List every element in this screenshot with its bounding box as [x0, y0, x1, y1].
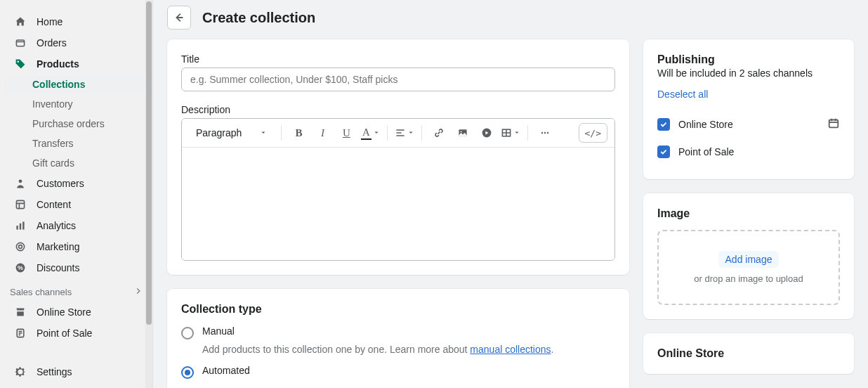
svg-point-16	[541, 132, 543, 134]
italic-button[interactable]: I	[313, 123, 332, 143]
editor-toolbar: Paragraph B I U A	[182, 119, 614, 148]
customer-icon	[14, 177, 27, 190]
underline-button[interactable]: U	[336, 123, 356, 143]
nav-purchase-orders[interactable]: Purchase orders	[4, 114, 148, 134]
video-icon	[481, 127, 492, 138]
nav-analytics[interactable]: Analytics	[4, 215, 148, 236]
svg-point-17	[544, 132, 546, 134]
nav-transfers[interactable]: Transfers	[4, 134, 148, 153]
image-dropzone[interactable]: Add image or drop an image to upload	[657, 230, 840, 305]
svg-rect-19	[829, 120, 839, 128]
scrollbar-track[interactable]	[145, 0, 152, 388]
nav-marketing[interactable]: Marketing	[4, 236, 148, 257]
marketing-icon	[14, 240, 27, 253]
collection-type-card: Collection type Manual Add products to t…	[167, 289, 629, 388]
svg-point-8	[19, 245, 22, 249]
title-description-card: Title Description Paragraph B I	[167, 39, 629, 275]
checkbox-pos[interactable]	[657, 146, 670, 158]
nav-label: Settings	[37, 366, 72, 377]
svg-rect-5	[20, 224, 21, 230]
image-heading: Image	[657, 207, 840, 220]
nav-label: Analytics	[37, 220, 76, 231]
nav-gift-cards[interactable]: Gift cards	[4, 153, 148, 173]
paragraph-style-select[interactable]: Paragraph	[189, 124, 274, 141]
nav-orders[interactable]: Orders	[4, 32, 148, 53]
align-button[interactable]	[395, 123, 414, 143]
deselect-all-link[interactable]: Deselect all	[657, 89, 708, 100]
bold-button[interactable]: B	[289, 123, 308, 143]
nav-label: Customers	[37, 178, 84, 189]
drop-hint: or drop an image to upload	[666, 273, 831, 284]
align-icon	[395, 127, 406, 138]
description-label: Description	[181, 104, 615, 115]
online-store-card: Online Store	[643, 333, 854, 374]
nav-label: Products	[37, 58, 79, 70]
publishing-card: Publishing Will be included in 2 sales c…	[643, 39, 854, 179]
publishing-subtext: Will be included in 2 sales channels	[657, 67, 840, 79]
link-button[interactable]	[429, 123, 449, 143]
collection-type-manual[interactable]: Manual	[181, 325, 615, 340]
back-button[interactable]	[167, 6, 191, 30]
discount-icon: %	[14, 261, 27, 274]
collection-type-automated[interactable]: Automated	[181, 365, 615, 379]
online-store-heading: Online Store	[657, 347, 840, 360]
svg-point-13	[461, 131, 462, 132]
publishing-heading: Publishing	[657, 53, 840, 66]
manual-description: Add products to this collection one by o…	[202, 344, 615, 355]
svg-rect-0	[16, 40, 24, 46]
nav-discounts[interactable]: % Discounts	[4, 257, 148, 278]
radio-automated[interactable]	[181, 366, 194, 379]
nav-content[interactable]: Content	[4, 194, 148, 215]
image-card: Image Add image or drop an image to uplo…	[643, 193, 854, 319]
nav-home[interactable]: Home	[4, 11, 148, 32]
nav-label: Orders	[37, 37, 67, 48]
more-button[interactable]	[535, 123, 555, 143]
channel-point-of-sale: Point of Sale	[657, 138, 840, 165]
table-icon	[501, 127, 512, 138]
more-icon	[539, 127, 551, 138]
svg-point-18	[547, 132, 548, 134]
pos-icon	[14, 327, 27, 340]
arrow-left-icon	[173, 11, 185, 24]
nav-label: Point of Sale	[37, 328, 92, 339]
content-icon	[14, 198, 27, 211]
table-button[interactable]	[501, 123, 520, 143]
channel-online-store: Online Store	[657, 110, 840, 138]
svg-point-7	[16, 242, 24, 250]
description-textarea[interactable]	[182, 148, 614, 260]
calendar-icon[interactable]	[827, 117, 840, 131]
sales-channels-header[interactable]: Sales channels	[0, 278, 152, 302]
rich-text-editor: Paragraph B I U A	[181, 118, 615, 261]
nav-online-store[interactable]: Online Store	[4, 302, 148, 323]
checkbox-online-store[interactable]	[657, 118, 670, 131]
svg-rect-3	[16, 200, 24, 208]
scrollbar-thumb[interactable]	[146, 1, 152, 325]
analytics-icon	[14, 219, 27, 232]
svg-point-1	[18, 61, 19, 63]
manual-collections-link[interactable]: manual collections	[470, 344, 551, 355]
radio-manual[interactable]	[181, 327, 194, 340]
nav-label: Marketing	[37, 241, 79, 252]
page-title: Create collection	[202, 10, 315, 26]
nav-inventory[interactable]: Inventory	[4, 94, 148, 114]
title-input[interactable]	[181, 67, 615, 91]
page-header: Create collection	[167, 0, 854, 39]
nav-settings[interactable]: Settings	[4, 361, 148, 382]
add-image-button[interactable]: Add image	[718, 251, 780, 268]
code-view-button[interactable]: </>	[579, 123, 607, 143]
nav-point-of-sale[interactable]: Point of Sale	[4, 323, 148, 344]
text-color-button[interactable]: A	[360, 123, 380, 143]
chevron-down-icon	[407, 129, 414, 136]
store-icon	[14, 306, 27, 318]
nav-customers[interactable]: Customers	[4, 173, 148, 194]
orders-icon	[14, 37, 27, 49]
nav-label: Home	[37, 16, 63, 27]
chevron-down-icon	[260, 129, 267, 136]
nav-collections[interactable]: Collections	[4, 75, 148, 94]
nav-label: Discounts	[37, 262, 79, 273]
image-button[interactable]	[453, 123, 473, 143]
chevron-down-icon	[373, 129, 380, 136]
video-button[interactable]	[477, 123, 497, 143]
nav-products[interactable]: Products	[4, 53, 148, 75]
collection-type-heading: Collection type	[181, 303, 615, 316]
